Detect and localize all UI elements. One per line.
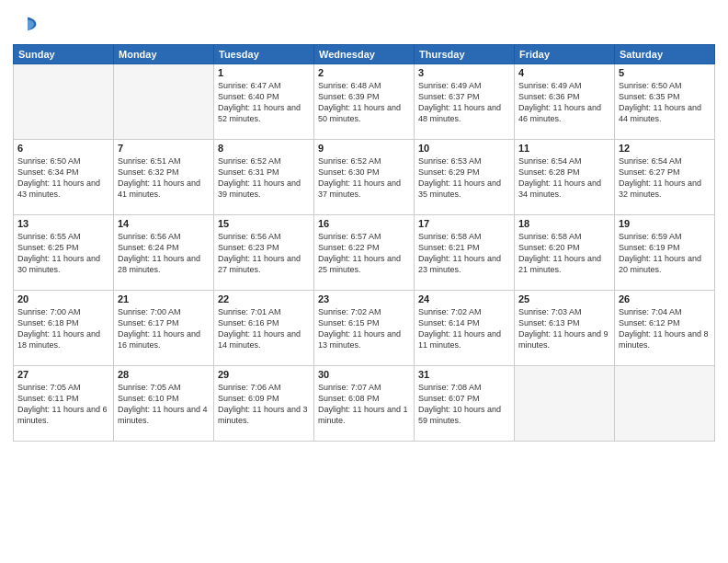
day-info: Sunrise: 6:48 AM Sunset: 6:39 PM Dayligh… xyxy=(318,80,410,125)
day-cell: 27Sunrise: 7:05 AM Sunset: 6:11 PM Dayli… xyxy=(14,366,114,442)
day-number: 26 xyxy=(619,293,711,304)
day-cell: 29Sunrise: 7:06 AM Sunset: 6:09 PM Dayli… xyxy=(214,366,314,442)
header-monday: Monday xyxy=(114,45,214,64)
day-number: 11 xyxy=(518,143,610,154)
day-cell: 13Sunrise: 6:55 AM Sunset: 6:25 PM Dayli… xyxy=(14,215,114,291)
day-cell: 7Sunrise: 6:51 AM Sunset: 6:32 PM Daylig… xyxy=(114,140,214,215)
week-row-2: 13Sunrise: 6:55 AM Sunset: 6:25 PM Dayli… xyxy=(14,215,715,291)
day-cell: 3Sunrise: 6:49 AM Sunset: 6:37 PM Daylig… xyxy=(415,64,515,140)
day-cell xyxy=(615,366,715,442)
day-info: Sunrise: 7:05 AM Sunset: 6:11 PM Dayligh… xyxy=(17,382,109,427)
day-number: 6 xyxy=(17,143,109,154)
day-cell: 21Sunrise: 7:00 AM Sunset: 6:17 PM Dayli… xyxy=(114,291,214,366)
day-info: Sunrise: 7:04 AM Sunset: 6:12 PM Dayligh… xyxy=(619,306,711,351)
day-info: Sunrise: 6:55 AM Sunset: 6:25 PM Dayligh… xyxy=(17,231,109,276)
day-info: Sunrise: 6:49 AM Sunset: 6:37 PM Dayligh… xyxy=(418,80,510,125)
day-cell xyxy=(515,366,615,442)
logo xyxy=(13,13,40,39)
day-cell: 14Sunrise: 6:56 AM Sunset: 6:24 PM Dayli… xyxy=(114,215,214,291)
day-cell: 26Sunrise: 7:04 AM Sunset: 6:12 PM Dayli… xyxy=(615,291,715,366)
header-sunday: Sunday xyxy=(14,45,114,64)
page: SundayMondayTuesdayWednesdayThursdayFrid… xyxy=(0,0,728,563)
day-number: 30 xyxy=(318,369,410,380)
week-row-1: 6Sunrise: 6:50 AM Sunset: 6:34 PM Daylig… xyxy=(14,140,715,215)
day-number: 2 xyxy=(318,67,410,78)
day-cell: 10Sunrise: 6:53 AM Sunset: 6:29 PM Dayli… xyxy=(415,140,515,215)
day-cell: 20Sunrise: 7:00 AM Sunset: 6:18 PM Dayli… xyxy=(14,291,114,366)
day-info: Sunrise: 7:05 AM Sunset: 6:10 PM Dayligh… xyxy=(118,382,210,427)
day-cell: 31Sunrise: 7:08 AM Sunset: 6:07 PM Dayli… xyxy=(415,366,515,442)
day-info: Sunrise: 6:58 AM Sunset: 6:20 PM Dayligh… xyxy=(518,231,610,276)
day-cell: 28Sunrise: 7:05 AM Sunset: 6:10 PM Dayli… xyxy=(114,366,214,442)
day-number: 17 xyxy=(418,218,510,229)
day-number: 19 xyxy=(619,218,711,229)
day-cell: 22Sunrise: 7:01 AM Sunset: 6:16 PM Dayli… xyxy=(214,291,314,366)
week-row-3: 20Sunrise: 7:00 AM Sunset: 6:18 PM Dayli… xyxy=(14,291,715,366)
day-cell: 16Sunrise: 6:57 AM Sunset: 6:22 PM Dayli… xyxy=(314,215,415,291)
header-tuesday: Tuesday xyxy=(214,45,314,64)
day-cell: 25Sunrise: 7:03 AM Sunset: 6:13 PM Dayli… xyxy=(515,291,615,366)
day-number: 25 xyxy=(518,293,610,304)
day-info: Sunrise: 6:54 AM Sunset: 6:27 PM Dayligh… xyxy=(619,155,711,201)
day-number: 1 xyxy=(218,67,310,78)
day-info: Sunrise: 7:00 AM Sunset: 6:18 PM Dayligh… xyxy=(17,306,109,351)
day-info: Sunrise: 7:01 AM Sunset: 6:16 PM Dayligh… xyxy=(218,306,310,351)
week-row-4: 27Sunrise: 7:05 AM Sunset: 6:11 PM Dayli… xyxy=(14,366,715,442)
day-cell: 12Sunrise: 6:54 AM Sunset: 6:27 PM Dayli… xyxy=(615,140,715,215)
day-number: 5 xyxy=(619,67,711,78)
day-cell: 15Sunrise: 6:56 AM Sunset: 6:23 PM Dayli… xyxy=(214,215,314,291)
day-info: Sunrise: 6:58 AM Sunset: 6:21 PM Dayligh… xyxy=(418,231,510,276)
day-number: 3 xyxy=(418,67,510,78)
day-cell: 18Sunrise: 6:58 AM Sunset: 6:20 PM Dayli… xyxy=(515,215,615,291)
day-info: Sunrise: 6:57 AM Sunset: 6:22 PM Dayligh… xyxy=(318,231,410,276)
day-number: 15 xyxy=(218,218,310,229)
day-info: Sunrise: 6:53 AM Sunset: 6:29 PM Dayligh… xyxy=(418,155,510,201)
day-info: Sunrise: 6:56 AM Sunset: 6:24 PM Dayligh… xyxy=(118,231,210,276)
day-cell: 23Sunrise: 7:02 AM Sunset: 6:15 PM Dayli… xyxy=(314,291,415,366)
header-friday: Friday xyxy=(515,45,615,64)
day-cell: 9Sunrise: 6:52 AM Sunset: 6:30 PM Daylig… xyxy=(314,140,415,215)
day-cell: 5Sunrise: 6:50 AM Sunset: 6:35 PM Daylig… xyxy=(615,64,715,140)
day-number: 8 xyxy=(218,143,310,154)
day-number: 27 xyxy=(17,369,109,380)
day-number: 12 xyxy=(619,143,711,154)
day-cell: 17Sunrise: 6:58 AM Sunset: 6:21 PM Dayli… xyxy=(415,215,515,291)
day-cell: 11Sunrise: 6:54 AM Sunset: 6:28 PM Dayli… xyxy=(515,140,615,215)
day-info: Sunrise: 6:47 AM Sunset: 6:40 PM Dayligh… xyxy=(218,80,310,125)
day-number: 16 xyxy=(318,218,410,229)
day-info: Sunrise: 6:56 AM Sunset: 6:23 PM Dayligh… xyxy=(218,231,310,276)
day-cell: 24Sunrise: 7:02 AM Sunset: 6:14 PM Dayli… xyxy=(415,291,515,366)
day-number: 22 xyxy=(218,293,310,304)
day-info: Sunrise: 6:52 AM Sunset: 6:31 PM Dayligh… xyxy=(218,155,310,201)
day-info: Sunrise: 6:51 AM Sunset: 6:32 PM Dayligh… xyxy=(118,155,210,201)
day-info: Sunrise: 6:52 AM Sunset: 6:30 PM Dayligh… xyxy=(318,155,410,201)
day-info: Sunrise: 6:50 AM Sunset: 6:34 PM Dayligh… xyxy=(17,155,109,201)
calendar-table: SundayMondayTuesdayWednesdayThursdayFrid… xyxy=(13,44,715,442)
day-cell: 6Sunrise: 6:50 AM Sunset: 6:34 PM Daylig… xyxy=(14,140,114,215)
day-info: Sunrise: 7:00 AM Sunset: 6:17 PM Dayligh… xyxy=(118,306,210,351)
day-info: Sunrise: 6:54 AM Sunset: 6:28 PM Dayligh… xyxy=(518,155,610,201)
day-info: Sunrise: 7:08 AM Sunset: 6:07 PM Dayligh… xyxy=(418,382,510,427)
day-number: 20 xyxy=(17,293,109,304)
day-number: 31 xyxy=(418,369,510,380)
day-info: Sunrise: 7:07 AM Sunset: 6:08 PM Dayligh… xyxy=(318,382,410,427)
day-cell: 1Sunrise: 6:47 AM Sunset: 6:40 PM Daylig… xyxy=(214,64,314,140)
day-info: Sunrise: 7:02 AM Sunset: 6:15 PM Dayligh… xyxy=(318,306,410,351)
day-number: 7 xyxy=(118,143,210,154)
day-number: 18 xyxy=(518,218,610,229)
day-cell: 8Sunrise: 6:52 AM Sunset: 6:31 PM Daylig… xyxy=(214,140,314,215)
week-row-0: 1Sunrise: 6:47 AM Sunset: 6:40 PM Daylig… xyxy=(14,64,715,140)
logo-icon xyxy=(15,13,40,39)
day-cell: 4Sunrise: 6:49 AM Sunset: 6:36 PM Daylig… xyxy=(515,64,615,140)
day-info: Sunrise: 7:02 AM Sunset: 6:14 PM Dayligh… xyxy=(418,306,510,351)
day-info: Sunrise: 6:59 AM Sunset: 6:19 PM Dayligh… xyxy=(619,231,711,276)
day-number: 4 xyxy=(518,67,610,78)
day-cell: 2Sunrise: 6:48 AM Sunset: 6:39 PM Daylig… xyxy=(314,64,415,140)
day-number: 29 xyxy=(218,369,310,380)
header-saturday: Saturday xyxy=(615,45,715,64)
day-info: Sunrise: 7:03 AM Sunset: 6:13 PM Dayligh… xyxy=(518,306,610,351)
day-number: 23 xyxy=(318,293,410,304)
header xyxy=(13,9,715,39)
day-number: 14 xyxy=(118,218,210,229)
day-info: Sunrise: 6:49 AM Sunset: 6:36 PM Dayligh… xyxy=(518,80,610,125)
